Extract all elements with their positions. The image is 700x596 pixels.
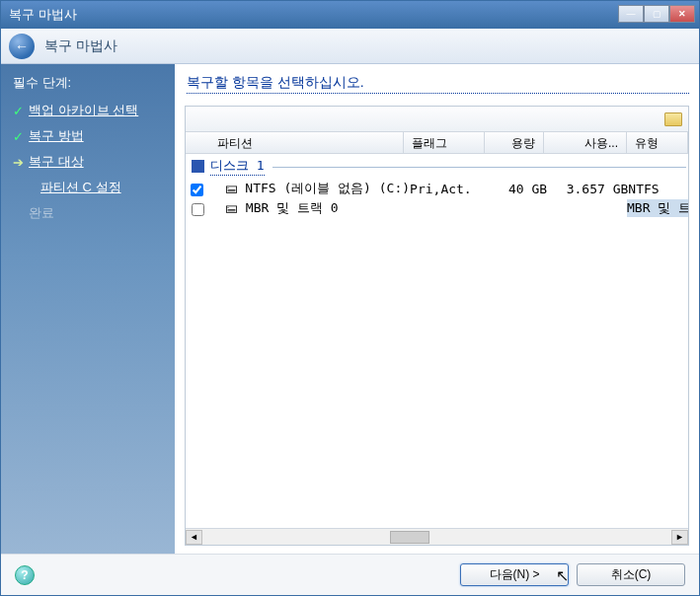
titlebar[interactable]: 복구 마법사 — ▢ ✕ [1, 1, 699, 29]
drive-icon: 🖴 [225, 181, 238, 195]
substep-label: 파티션 C 설정 [40, 180, 121, 194]
step-label: 완료 [29, 205, 54, 220]
sidebar-heading: 필수 단계: [13, 74, 175, 92]
close-button[interactable]: ✕ [669, 5, 695, 23]
step-label: 복구 방법 [29, 127, 84, 145]
arrow-icon: ➔ [13, 155, 23, 170]
back-arrow-icon: ← [15, 38, 29, 54]
column-capacity[interactable]: 용량 [485, 132, 544, 153]
main-panel: 복구할 항목을 선택하십시오. 파티션 플래그 용량 사용... 유형 디스크 [175, 64, 699, 554]
group-checkbox-icon[interactable] [192, 160, 204, 173]
step-label: 백업 아카이브 선택 [29, 102, 138, 119]
list-body: 디스크 1 🖴 NTFS (레이블 없음) (C:) Pri,Act. 40 G… [186, 154, 688, 528]
disk-group-row[interactable]: 디스크 1 [186, 154, 688, 179]
minimize-button[interactable]: — [618, 5, 644, 23]
checkmark-icon: ✓ [13, 104, 23, 118]
column-partition[interactable]: 파티션 [209, 132, 404, 153]
partition-cell: 🖴 MBR 및 트랙 0 [209, 199, 404, 217]
column-flags[interactable]: 플래그 [404, 132, 485, 153]
partition-list: 파티션 플래그 용량 사용... 유형 디스크 1 🖴 [185, 106, 689, 546]
step-label: 복구 대상 [29, 153, 84, 171]
step-recovery-method[interactable]: ✓ 복구 방법 [13, 127, 175, 145]
group-divider [272, 167, 686, 168]
scroll-left-icon[interactable]: ◄ [186, 530, 202, 545]
instruction-text: 복구할 항목을 선택하십시오. [187, 74, 689, 94]
column-used[interactable]: 사용... [544, 132, 627, 153]
scroll-track[interactable] [202, 530, 671, 545]
capacity-cell: 40 GB [489, 182, 547, 196]
footer: ? 다음(N) > 취소(C) ↖ [1, 554, 699, 595]
body: 필수 단계: ✓ 백업 아카이브 선택 ✓ 복구 방법 ➔ 복구 대상 파티션 … [1, 64, 699, 554]
checkmark-icon: ✓ [13, 129, 23, 144]
window-title: 복구 마법사 [9, 6, 618, 24]
scroll-thumb[interactable] [390, 531, 429, 544]
flags-cell: Pri,Act. [410, 182, 489, 196]
step-complete: 완료 [29, 204, 175, 222]
header-bar: ← 복구 마법사 [1, 29, 699, 64]
column-type[interactable]: 유형 [627, 132, 688, 153]
window-controls: — ▢ ✕ [618, 5, 695, 25]
header-title: 복구 마법사 [44, 37, 117, 55]
column-headers: 파티션 플래그 용량 사용... 유형 [186, 132, 688, 154]
step-select-archive[interactable]: ✓ 백업 아카이브 선택 [13, 102, 175, 119]
help-icon: ? [21, 568, 28, 582]
drive-icon: 🖴 [225, 200, 238, 215]
back-button[interactable]: ← [9, 34, 35, 59]
substep-partition-c[interactable]: 파티션 C 설정 [40, 179, 175, 196]
group-label: 디스크 1 [210, 157, 265, 176]
help-button[interactable]: ? [15, 565, 35, 585]
partition-cell: 🖴 NTFS (레이블 없음) (C:) [209, 180, 411, 197]
table-row[interactable]: 🖴 NTFS (레이블 없음) (C:) Pri,Act. 40 GB 3.65… [186, 179, 688, 198]
scroll-right-icon[interactable]: ► [671, 530, 688, 545]
partition-label: MBR 및 트랙 0 [246, 200, 339, 215]
used-cell: 3.657 GB [547, 182, 628, 196]
row-checkbox[interactable] [186, 182, 209, 196]
cancel-button[interactable]: 취소(C) [577, 563, 685, 586]
next-button[interactable]: 다음(N) > [460, 563, 569, 586]
type-cell: MBR 및 트 [627, 199, 688, 217]
recovery-wizard-window: 복구 마법사 — ▢ ✕ ← 복구 마법사 필수 단계: ✓ 백업 아카이브 선… [0, 0, 700, 596]
maximize-button[interactable]: ▢ [644, 5, 669, 23]
row-checkbox[interactable] [186, 201, 209, 216]
sidebar: 필수 단계: ✓ 백업 아카이브 선택 ✓ 복구 방법 ➔ 복구 대상 파티션 … [1, 64, 175, 554]
horizontal-scrollbar[interactable]: ◄ ► [186, 528, 688, 545]
step-recovery-target[interactable]: ➔ 복구 대상 [13, 153, 175, 171]
type-cell: NTFS [628, 182, 688, 196]
column-checkbox[interactable] [186, 132, 209, 153]
list-toolbar [186, 107, 688, 132]
table-row[interactable]: 🖴 MBR 및 트랙 0 MBR 및 트 [186, 198, 688, 218]
partition-label: NTFS (레이블 없음) (C:) [245, 181, 410, 195]
folder-columns-icon[interactable] [664, 112, 682, 126]
